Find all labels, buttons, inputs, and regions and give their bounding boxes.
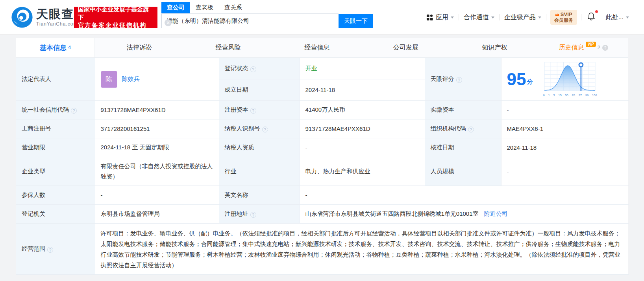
- score-axis-tick: 15: [558, 94, 561, 97]
- field-label-credit-code: 统一社会信用代码?: [16, 101, 95, 119]
- field-value-staff-size: -: [501, 157, 629, 186]
- field-label-org-code: 组织机构代码?: [425, 119, 501, 138]
- score-value: 95: [507, 71, 526, 88]
- help-icon[interactable]: ?: [47, 247, 53, 253]
- nav-apps-label: 应用: [436, 13, 448, 22]
- search-tab-company[interactable]: 查公司: [161, 2, 190, 13]
- search-tab-boss[interactable]: 查老板: [190, 2, 219, 13]
- field-value-approval-date: 2024-11-18: [501, 138, 629, 157]
- field-label-english-name: 英文名称: [219, 186, 300, 205]
- tab-history-info[interactable]: 历史信息 VIP 2 ?: [539, 38, 628, 57]
- field-value-reg-number: 371728200161251: [95, 119, 219, 138]
- field-label-industry: 行业: [219, 157, 300, 186]
- field-value-credit-code: 91371728MAE4PXX61D: [95, 101, 219, 119]
- tianyancha-logo[interactable]: 天眼查 TianYanCha.com: [11, 6, 78, 28]
- status-badge: 开业: [305, 65, 317, 72]
- legal-rep-link[interactable]: 陈效兵: [122, 75, 140, 83]
- search-button[interactable]: 天眼一下: [339, 14, 373, 28]
- chevron-down-icon: [538, 17, 541, 18]
- field-value-business-scope: 许可项目：发电业务、输电业务、供（配）电业务。（依法须经批准的项目，经相关部门批…: [95, 224, 629, 275]
- user-menu-label: 此处...: [606, 13, 624, 22]
- tab-legal-proceedings[interactable]: 法律诉讼: [95, 38, 184, 57]
- chevron-down-icon: [491, 17, 494, 18]
- nav-enterprise-label: 企业级产品: [504, 13, 536, 22]
- company-info-table: 法定代表人 陈 陈效兵 登记状态? 开业 天眼评分? 95 分: [16, 58, 629, 275]
- nav-enterprise-products[interactable]: 企业级产品: [500, 13, 546, 22]
- user-menu[interactable]: 此处...: [601, 13, 634, 22]
- business-scope-text: 许可项目：发电业务、输电业务、供（配）电业务。（依法须经批准的项目，经相关部门批…: [101, 228, 624, 270]
- nav-apps[interactable]: 应用: [422, 13, 459, 22]
- field-label-score: 天眼评分?: [425, 58, 501, 101]
- field-value-legal-rep: 陈 陈效兵: [95, 58, 219, 101]
- apps-grid-icon: [426, 14, 433, 21]
- score-unit: 分: [527, 78, 533, 86]
- score-axis-tick: 85: [572, 94, 575, 97]
- field-label-business-term: 营业期限: [16, 138, 95, 157]
- field-value-score: 95 分 0131550859799100: [501, 58, 629, 101]
- tab-business-info[interactable]: 经营信息: [272, 38, 361, 57]
- field-value-establish-date: 2024-11-18: [300, 79, 425, 101]
- nav-partner-channel[interactable]: 合作通道: [459, 13, 499, 22]
- certification-line2: 官方备案企业征信机构: [78, 21, 154, 29]
- certification-badge: 国家中小企业发展子基金旗下 官方备案企业征信机构: [74, 7, 157, 28]
- bell-icon: [587, 12, 596, 21]
- svip-sublabel: 会员服务: [554, 17, 573, 23]
- svip-label: SVIP: [561, 11, 572, 17]
- score-distribution-chart[interactable]: 0131550859799100: [543, 61, 597, 97]
- field-value-reg-status: 开业: [300, 58, 425, 79]
- nearby-companies-link[interactable]: 附近公司: [484, 210, 508, 217]
- field-label-reg-capital: 注册资本?: [219, 101, 300, 119]
- section-tabs: 基本信息 4 法律诉讼 经营风险 经营信息 公司发展 知识产权 历史信息 VIP…: [16, 38, 628, 58]
- brand-domain: TianYanCha.com: [36, 21, 78, 27]
- certification-line1: 国家中小企业发展子基金旗下: [78, 6, 154, 21]
- field-value-insured-count: -: [95, 186, 219, 205]
- search-tabs: 查公司 查老板 查关系: [161, 2, 339, 14]
- field-value-company-type: 有限责任公司（非自然人投资或控股的法人独资）: [95, 157, 219, 186]
- svip-membership-button[interactable]: SVIP 会员服务: [550, 10, 577, 25]
- score-axis-tick: 1: [548, 94, 550, 97]
- field-label-reg-status: 登记状态?: [219, 58, 300, 79]
- chevron-down-icon: [451, 17, 454, 18]
- notification-dot: [595, 10, 598, 13]
- tab-count-badge: 2: [598, 44, 600, 50]
- tab-business-risk[interactable]: 经营风险: [184, 38, 273, 57]
- score-axis-tick: 3: [553, 94, 555, 97]
- field-value-reg-authority: 东明县市场监督管理局: [95, 205, 219, 224]
- search-input[interactable]: [161, 14, 339, 28]
- field-label-taxpayer-qualification: 纳税人资质: [219, 138, 300, 157]
- help-icon[interactable]: ?: [71, 108, 77, 114]
- chevron-down-icon: [626, 17, 629, 18]
- field-label-taxpayer-id: 纳税人识别号?: [219, 119, 300, 138]
- field-label-establish-date: 成立日期: [219, 79, 300, 101]
- field-label-staff-size: 人员规模: [425, 157, 501, 186]
- field-label-legal-rep: 法定代表人: [16, 58, 95, 101]
- help-icon[interactable]: ?: [250, 108, 256, 114]
- vip-badge: VIP: [586, 42, 596, 47]
- help-icon[interactable]: ?: [468, 127, 474, 132]
- field-label-insured-count: 参保人数: [16, 186, 95, 205]
- tianyancha-logo-icon: [11, 6, 33, 28]
- tab-company-development[interactable]: 公司发展: [361, 38, 450, 57]
- tab-basic-info[interactable]: 基本信息 4: [16, 38, 95, 57]
- nav-partner-label: 合作通道: [464, 13, 489, 22]
- field-label-approval-date: 核准日期: [425, 138, 501, 157]
- help-icon[interactable]: ?: [250, 212, 256, 218]
- score-axis: 0131550859799100: [543, 94, 597, 97]
- legal-rep-avatar[interactable]: 陈: [101, 71, 117, 88]
- top-nav: 应用 合作通道 企业级产品 SVIP 会员服务: [422, 9, 634, 25]
- field-value-org-code: MAE4PXX6-1: [501, 119, 629, 138]
- score-curve-svg: [543, 61, 597, 92]
- search-tab-relation[interactable]: 查关系: [219, 2, 248, 13]
- help-icon[interactable]: ?: [456, 77, 462, 83]
- field-value-english-name: -: [300, 186, 629, 205]
- help-icon[interactable]: ?: [262, 127, 268, 132]
- help-icon[interactable]: ?: [250, 66, 256, 72]
- notifications-button[interactable]: [581, 12, 601, 23]
- help-icon[interactable]: ?: [602, 45, 608, 51]
- crown-icon: [555, 13, 559, 16]
- clear-search-icon[interactable]: ✕: [165, 19, 172, 26]
- brand-name: 天眼查: [36, 8, 78, 20]
- score-axis-tick: 50: [565, 94, 568, 97]
- score-axis-tick: 100: [592, 94, 597, 97]
- tab-intellectual-property[interactable]: 知识产权: [450, 38, 539, 57]
